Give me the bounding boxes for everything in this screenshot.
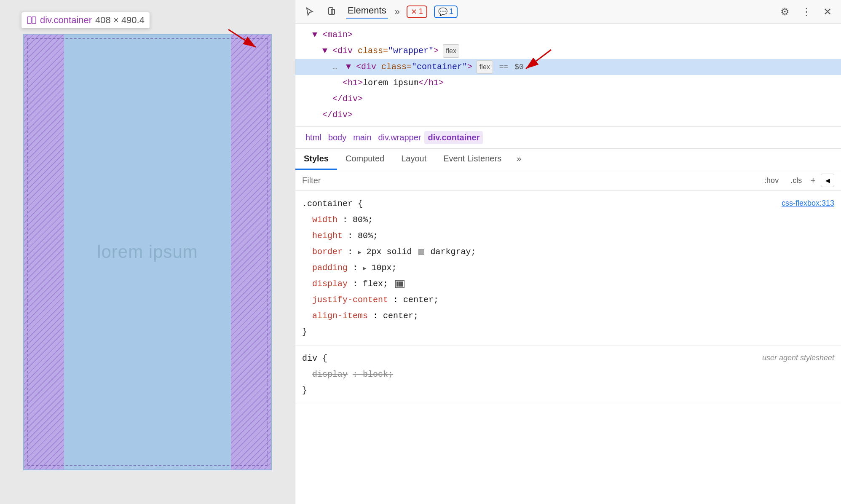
div-rule-header: user agent stylesheet div { [302, 351, 834, 367]
dom-line-close-wrapper[interactable]: </div> [295, 107, 841, 123]
equals-sign: == [495, 61, 508, 74]
breadcrumb-html[interactable]: html [302, 131, 325, 144]
error-count: 1 [419, 7, 423, 16]
tooltip-element-name: div.container [40, 15, 92, 26]
device-icon[interactable] [324, 4, 339, 19]
container-selector[interactable]: .container { [302, 199, 363, 209]
main-tag: ▼ <main> [312, 28, 353, 42]
colon-2: : [348, 231, 358, 241]
devtools-panel: Elements » ✕ 1 💬 1 ⚙ ⋮ ✕ ▼ <main> [295, 0, 841, 504]
prop-padding: padding : ▶ 10px; [302, 260, 834, 276]
dom-line-main[interactable]: ▼ <main> [295, 27, 841, 43]
close-wrapper-tag: </div> [322, 108, 353, 122]
wrapper-flex-badge[interactable]: flex [443, 44, 459, 57]
h1-tag: <h1>lorem ipsum</h1> [343, 76, 444, 90]
tab-computed[interactable]: Computed [337, 149, 393, 170]
message-badge[interactable]: 💬 1 [434, 5, 458, 18]
filter-input[interactable] [302, 176, 758, 185]
more-options-icon[interactable]: ⋮ [799, 3, 814, 20]
tab-more[interactable]: » [510, 149, 528, 170]
padding-prop[interactable]: padding [312, 263, 348, 273]
div-rule: user agent stylesheet div { display : bl… [295, 346, 841, 404]
colon-ua: : [353, 370, 363, 379]
dom-line-container[interactable]: … ▼ <div class="container"> flex == $0 [295, 59, 841, 75]
padding-value[interactable]: 10px; [372, 263, 397, 273]
display-value[interactable]: flex; [363, 279, 388, 289]
preview-content: lorem ipsum [64, 35, 231, 469]
height-value[interactable]: 80%; [358, 231, 378, 241]
devtools-toolbar: Elements » ✕ 1 💬 1 ⚙ ⋮ ✕ [295, 0, 841, 24]
div-rule-close: } [302, 383, 834, 399]
colon-6: : [393, 295, 403, 305]
ellipsis: … [332, 60, 337, 74]
justify-content-value[interactable]: center; [403, 295, 439, 305]
border-color-value[interactable]: darkgray; [431, 247, 476, 257]
message-icon: 💬 [438, 7, 447, 16]
dom-line-close-div[interactable]: </div> [295, 91, 841, 107]
hatch-left [24, 35, 64, 469]
svg-rect-0 [27, 17, 31, 24]
height-prop[interactable]: height [312, 231, 343, 241]
red-arrow-1 [220, 21, 271, 55]
display-ua-value[interactable]: block; [363, 370, 393, 379]
tab-styles[interactable]: Styles [295, 149, 337, 170]
svg-line-7 [526, 50, 551, 69]
container-rule-header: css-flexbox:313 .container { [302, 196, 834, 212]
hov-button[interactable]: :hov [761, 174, 782, 187]
toggle-sidebar-button[interactable]: ◀ [821, 174, 834, 187]
align-items-prop[interactable]: align-items [312, 311, 368, 321]
prop-justify-content: justify-content : center; [302, 292, 834, 308]
div-selector[interactable]: div { [302, 354, 327, 363]
container-rule-close: } [302, 324, 834, 340]
close-devtools-icon[interactable]: ✕ [821, 3, 834, 20]
colon-5: : [353, 279, 363, 289]
tab-layout[interactable]: Layout [393, 149, 435, 170]
toggle-icon: ◀ [825, 177, 830, 184]
padding-expand-icon[interactable]: ▶ [363, 263, 366, 274]
display-prop[interactable]: display [312, 279, 348, 289]
border-value[interactable]: 2px solid [367, 247, 417, 257]
css-rules-panel: css-flexbox:313 .container { width : 80%… [295, 191, 841, 504]
close-div-tag: </div> [332, 92, 363, 106]
message-count: 1 [449, 7, 453, 16]
lorem-text: lorem ipsum [97, 242, 198, 262]
user-agent-source: user agent stylesheet [762, 351, 834, 365]
dom-tree: ▼ <main> ▼ <div class="wrapper"> flex … … [295, 24, 841, 127]
color-swatch-darkgray[interactable] [418, 249, 424, 255]
cursor-icon[interactable] [302, 4, 317, 19]
settings-icon[interactable]: ⚙ [778, 3, 792, 20]
cls-button[interactable]: .cls [787, 174, 805, 187]
flex-grid-icon[interactable] [395, 280, 404, 288]
justify-content-prop[interactable]: justify-content [312, 295, 388, 305]
width-value[interactable]: 80%; [353, 215, 373, 225]
container-source-link[interactable]: css-flexbox:313 [782, 196, 834, 210]
breadcrumb-body[interactable]: body [325, 131, 350, 144]
width-prop[interactable]: width [312, 215, 337, 225]
breadcrumb-div-container[interactable]: div.container [424, 131, 483, 144]
element-tooltip: div.container 408 × 490.4 [21, 12, 150, 29]
breadcrumb-div-wrapper[interactable]: div.wrapper [375, 131, 425, 144]
tab-event-listeners[interactable]: Event Listeners [435, 149, 510, 170]
breadcrumb-main[interactable]: main [350, 131, 375, 144]
closing-brace-2: } [302, 386, 307, 395]
container-tag: ▼ <div class="container"> [346, 60, 472, 74]
display-ua-prop[interactable]: display [312, 370, 348, 379]
dom-line-h1[interactable]: <h1>lorem ipsum</h1> [295, 75, 841, 91]
style-tabs: Styles Computed Layout Event Listeners » [295, 149, 841, 170]
dom-line-wrapper[interactable]: ▼ <div class="wrapper"> flex [295, 43, 841, 59]
border-prop[interactable]: border [312, 247, 343, 257]
svg-line-3 [228, 29, 256, 47]
border-expand-icon[interactable]: ▶ [358, 247, 361, 258]
wrapper-tag: ▼ <div class="wrapper"> [322, 44, 439, 58]
elements-tab[interactable]: Elements [346, 5, 388, 19]
more-tabs-icon[interactable]: » [395, 6, 400, 17]
prop-display-ua: display : block; [302, 367, 834, 383]
closing-brace-1: } [302, 327, 307, 337]
error-badge[interactable]: ✕ 1 [407, 5, 427, 18]
tooltip-element-size: 408 × 490.4 [95, 15, 145, 26]
error-icon: ✕ [411, 7, 417, 16]
add-style-button[interactable]: + [810, 175, 816, 186]
container-flex-badge[interactable]: flex [477, 60, 493, 73]
container-rule: css-flexbox:313 .container { width : 80%… [295, 191, 841, 346]
align-items-value[interactable]: center; [383, 311, 418, 321]
